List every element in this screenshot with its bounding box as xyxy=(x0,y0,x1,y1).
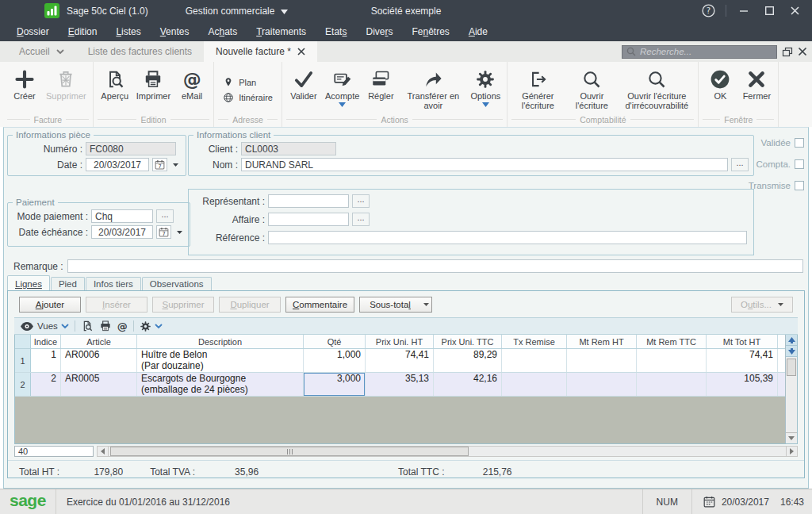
column-header-description[interactable]: Description xyxy=(137,335,304,348)
tab-liste-factures-clients[interactable]: Liste des factures clients xyxy=(76,41,204,62)
remarque-input[interactable] xyxy=(67,259,803,273)
grid-cell[interactable]: 35,13 xyxy=(366,373,434,396)
toolbar-generer-ecriture[interactable]: Générer l'écriture xyxy=(511,66,564,111)
grid-cell[interactable]: 1 xyxy=(31,349,61,372)
toolbar-creer[interactable]: Créer xyxy=(7,66,42,102)
grid-cell[interactable] xyxy=(778,373,785,396)
toolbar-transferer-en-avoir[interactable]: Transférer en avoir xyxy=(400,66,466,111)
affaire-input[interactable] xyxy=(268,213,349,226)
grid-vertical-scrollbar[interactable] xyxy=(785,335,797,443)
date-echeance-dropdown-icon[interactable] xyxy=(174,225,185,239)
grid-cell[interactable]: Escargots de Bourgogne(emballage de 24 p… xyxy=(137,373,304,396)
scrollbar-thumb[interactable] xyxy=(787,359,796,376)
column-header-mt-tot-ht[interactable]: Mt Tot HT xyxy=(707,335,778,348)
scroll-down-icon[interactable] xyxy=(786,346,797,357)
menu-item-listes[interactable]: Listes xyxy=(106,26,150,37)
column-header-mt-rem-ht[interactable]: Mt Rem HT xyxy=(567,335,637,348)
toolbar-options[interactable]: Options xyxy=(468,66,503,108)
toolbar-ok[interactable]: OK xyxy=(703,66,737,102)
toolbar-email[interactable]: @eMail xyxy=(174,66,209,102)
menu-item-fenetres[interactable]: Fenêtres xyxy=(402,26,458,37)
restore-pane-icon[interactable] xyxy=(782,47,793,57)
search-input[interactable]: Recherche... xyxy=(622,45,777,59)
tab-accueil[interactable]: Accueil xyxy=(7,41,76,62)
grid-cell[interactable]: 74,41 xyxy=(707,349,778,372)
toolbar-regler[interactable]: Régler xyxy=(363,66,398,102)
commentaire-button[interactable]: Commentaire xyxy=(285,297,354,313)
help-button[interactable]: ? xyxy=(695,0,721,21)
menu-item-achats[interactable]: Achats xyxy=(198,26,247,37)
scrollbar-thumb[interactable] xyxy=(110,447,469,456)
compta-checkbox[interactable] xyxy=(795,159,804,169)
grid-cell[interactable] xyxy=(637,373,707,396)
grid-horizontal-scrollbar[interactable] xyxy=(97,446,798,457)
grid-email-button[interactable]: @ xyxy=(117,320,128,332)
chevron-down-icon[interactable] xyxy=(420,297,432,313)
detail-tab-pied[interactable]: Pied xyxy=(51,277,85,291)
column-header-qt-[interactable]: Qté xyxy=(304,335,366,348)
client-code-input[interactable]: CL0003 xyxy=(241,142,336,155)
grid-cell[interactable]: AR0005 xyxy=(61,373,137,396)
line-count-box[interactable]: 40 xyxy=(14,446,94,457)
grid-cell[interactable] xyxy=(637,349,707,372)
column-header-mt-rem-ttc[interactable]: Mt Rem TTC xyxy=(637,335,707,348)
date-echeance-input[interactable]: 20/03/2017 xyxy=(91,225,153,239)
menu-item-ventes[interactable]: Ventes xyxy=(151,26,199,37)
date-dropdown-icon[interactable] xyxy=(170,158,181,171)
close-window-button[interactable] xyxy=(782,0,807,21)
scroll-down-icon[interactable] xyxy=(786,432,797,443)
chevron-down-icon[interactable] xyxy=(339,102,346,107)
validee-checkbox[interactable] xyxy=(795,138,804,148)
grid-print-button[interactable] xyxy=(99,320,112,332)
date-input[interactable]: 20/03/2017 xyxy=(86,158,149,171)
column-header-mt[interactable]: Mt xyxy=(778,335,785,348)
menu-item-divers[interactable]: Divers xyxy=(356,26,402,37)
column-header-prix-uni-ht[interactable]: Prix Uni. HT xyxy=(366,335,434,348)
representant-browse-button[interactable] xyxy=(352,194,370,208)
grid-cell[interactable]: 3,000 xyxy=(304,373,366,396)
scrollbar-track[interactable] xyxy=(786,357,797,432)
toolbar-plan[interactable]: Plan xyxy=(223,77,273,88)
minimize-button[interactable] xyxy=(731,0,756,21)
scroll-left-icon[interactable] xyxy=(98,447,109,456)
module-switcher[interactable]: Gestion commerciale xyxy=(186,6,289,17)
grid-settings-button[interactable] xyxy=(140,320,163,332)
chevron-down-icon[interactable] xyxy=(482,102,489,107)
grid-cell[interactable]: 42,16 xyxy=(434,373,502,396)
mode-paiement-browse-button[interactable] xyxy=(156,209,174,223)
grid-cell[interactable]: 2 xyxy=(31,373,61,396)
column-header-indice[interactable]: Indice xyxy=(31,335,61,348)
grid-cell[interactable]: 74,41 xyxy=(366,349,434,372)
calendar-icon[interactable]: 7 xyxy=(152,158,167,171)
menu-item-aide[interactable]: Aide xyxy=(459,26,497,37)
row-number-cell[interactable]: 1 xyxy=(15,349,31,372)
column-header-tx-remise[interactable]: Tx Remise xyxy=(502,335,567,348)
representant-input[interactable] xyxy=(268,194,349,208)
scroll-up-icon[interactable] xyxy=(786,335,797,346)
table-row[interactable]: 11AR0006Huître de Belon(Par douzaine)1,0… xyxy=(15,349,785,373)
mode-paiement-input[interactable]: Chq xyxy=(91,209,153,223)
numero-input[interactable]: FC0080 xyxy=(86,142,176,155)
detail-tab-observations[interactable]: Observations xyxy=(142,277,212,291)
grid-cell[interactable]: 105,39 xyxy=(707,373,778,396)
grid-cell[interactable] xyxy=(567,373,637,396)
toolbar-apercu[interactable]: Aperçu xyxy=(98,66,132,102)
detail-tab-infos-tiers[interactable]: Infos tiers xyxy=(86,277,141,291)
row-number-cell[interactable]: 2 xyxy=(15,373,31,396)
affaire-browse-button[interactable] xyxy=(352,213,370,226)
toolbar-itineraire[interactable]: Itinéraire xyxy=(223,92,273,103)
menu-item-dossier[interactable]: Dossier xyxy=(7,26,59,37)
grid-cell[interactable] xyxy=(502,349,567,372)
close-pane-icon[interactable] xyxy=(798,47,807,56)
grid-cell[interactable]: 1,000 xyxy=(304,349,366,372)
toolbar-fermer[interactable]: Fermer xyxy=(739,66,774,102)
toolbar-valider[interactable]: Valider xyxy=(286,66,321,102)
menu-item-traitements[interactable]: Traitements xyxy=(247,26,316,37)
menu-item-edition[interactable]: Edition xyxy=(59,26,107,37)
transmise-checkbox[interactable] xyxy=(795,181,804,190)
grid-preview-button[interactable] xyxy=(81,320,94,332)
nom-input[interactable]: DURAND SARL xyxy=(241,158,728,171)
reference-input[interactable] xyxy=(268,231,747,244)
grid-cell[interactable]: 89,29 xyxy=(434,349,502,372)
scroll-right-icon[interactable] xyxy=(786,447,797,456)
